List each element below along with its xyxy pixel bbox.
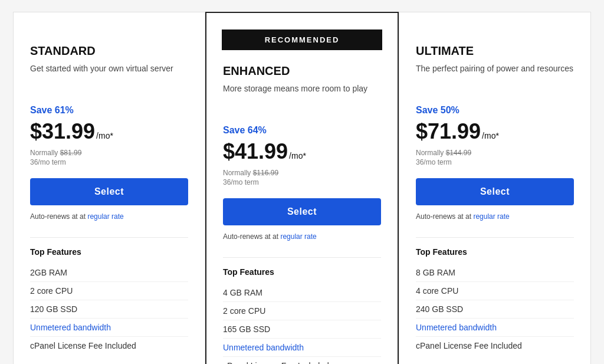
auto-renews-enhanced: Auto-renews at at regular rate [223, 232, 381, 241]
price-main-ultimate: $71.99 [416, 119, 481, 144]
feature-link-enhanced-3[interactable]: Unmetered bandwidth [223, 343, 304, 352]
feature-link-ultimate-3[interactable]: Unmetered bandwidth [416, 323, 497, 332]
feature-item-ultimate-2: 240 GB SSD [416, 300, 574, 319]
save-label-standard: Save 61% [30, 105, 188, 116]
feature-list-standard: 2GB RAM2 core CPU120 GB SSDUnmetered ban… [30, 264, 188, 355]
price-row-standard: $31.99 /mo* [30, 119, 188, 144]
price-row-enhanced: $41.99 /mo* [223, 139, 381, 164]
select-button-enhanced[interactable]: Select [223, 198, 381, 225]
auto-renews-standard: Auto-renews at at regular rate [30, 212, 188, 221]
regular-rate-link-enhanced[interactable]: regular rate [280, 232, 316, 241]
price-main-standard: $31.99 [30, 119, 95, 144]
save-label-enhanced: Save 64% [223, 125, 381, 136]
plan-card-enhanced: RECOMMENDEDENHANCEDMore storage means mo… [205, 12, 399, 364]
price-normally-standard: Normally $81.99 [30, 149, 188, 157]
plan-desc-enhanced: More storage means more room to play [223, 83, 381, 111]
top-features-label-ultimate: Top Features [416, 247, 574, 257]
plans-container: STANDARDGet started with your own virtua… [13, 12, 591, 364]
price-normally-enhanced: Normally $116.99 [223, 169, 381, 177]
recommended-badge: RECOMMENDED [222, 29, 382, 50]
plan-card-standard: STANDARDGet started with your own virtua… [13, 12, 205, 364]
feature-item-enhanced-2: 165 GB SSD [223, 320, 381, 339]
top-features-label-standard: Top Features [30, 247, 188, 257]
plan-desc-standard: Get started with your own virtual server [30, 63, 188, 91]
price-term-ultimate: 36/mo term [416, 158, 574, 166]
divider-enhanced [223, 257, 381, 258]
price-row-ultimate: $71.99 /mo* [416, 119, 574, 144]
feature-item-standard-0: 2GB RAM [30, 264, 188, 282]
feature-item-ultimate-1: 4 core CPU [416, 282, 574, 300]
feature-list-enhanced: 4 GB RAM2 core CPU165 GB SSDUnmetered ba… [223, 284, 381, 364]
price-suffix-standard: /mo* [96, 131, 113, 140]
regular-rate-link-ultimate[interactable]: regular rate [473, 212, 509, 221]
plan-name-ultimate: ULTIMATE [416, 44, 574, 58]
feature-list-ultimate: 8 GB RAM4 core CPU240 GB SSDUnmetered ba… [416, 264, 574, 355]
feature-item-enhanced-1: 2 core CPU [223, 302, 381, 320]
feature-item-enhanced-0: 4 GB RAM [223, 284, 381, 302]
feature-item-standard-2: 120 GB SSD [30, 300, 188, 319]
top-features-label-enhanced: Top Features [223, 267, 381, 277]
plan-desc-ultimate: The perfect pairing of power and resourc… [416, 63, 574, 91]
regular-rate-link-standard[interactable]: regular rate [87, 212, 123, 221]
plan-card-ultimate: ULTIMATEThe perfect pairing of power and… [399, 12, 591, 364]
feature-item-ultimate-3: Unmetered bandwidth [416, 319, 574, 337]
price-term-standard: 36/mo term [30, 158, 188, 166]
save-label-ultimate: Save 50% [416, 105, 574, 116]
feature-item-ultimate-0: 8 GB RAM [416, 264, 574, 282]
feature-item-enhanced-3: Unmetered bandwidth [223, 339, 381, 357]
select-button-ultimate[interactable]: Select [416, 178, 574, 205]
plan-name-enhanced: ENHANCED [223, 64, 381, 78]
feature-link-standard-3[interactable]: Unmetered bandwidth [30, 323, 111, 332]
feature-item-standard-4: cPanel License Fee Included [30, 337, 188, 355]
divider-standard [30, 237, 188, 238]
price-main-enhanced: $41.99 [223, 139, 288, 164]
plan-name-standard: STANDARD [30, 44, 188, 58]
price-term-enhanced: 36/mo term [223, 178, 381, 186]
price-suffix-enhanced: /mo* [289, 151, 306, 160]
feature-item-standard-1: 2 core CPU [30, 282, 188, 300]
feature-item-ultimate-4: cPanel License Fee Included [416, 337, 574, 355]
price-suffix-ultimate: /mo* [482, 131, 499, 140]
auto-renews-ultimate: Auto-renews at at regular rate [416, 212, 574, 221]
divider-ultimate [416, 237, 574, 238]
select-button-standard[interactable]: Select [30, 178, 188, 205]
feature-item-enhanced-4: cPanel License Fee Included [223, 357, 381, 364]
feature-item-standard-3: Unmetered bandwidth [30, 319, 188, 337]
price-normally-ultimate: Normally $144.99 [416, 149, 574, 157]
